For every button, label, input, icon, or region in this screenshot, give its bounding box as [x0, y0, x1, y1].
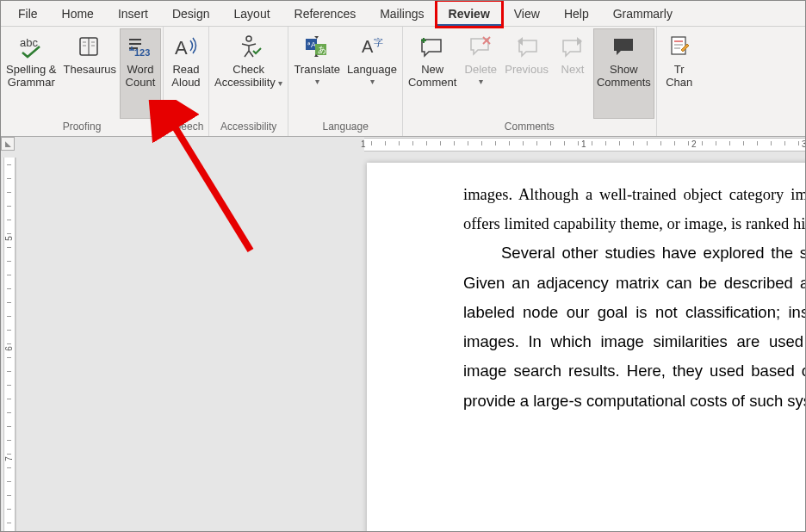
group-tracking: TrChan: [657, 27, 702, 136]
document-paragraph[interactable]: Several other studies have explored the …: [463, 238, 806, 415]
read-aloud-button[interactable]: A ReadAloud: [165, 28, 207, 119]
tab-review[interactable]: Review: [437, 1, 502, 27]
svg-text:123: 123: [134, 47, 150, 58]
group-label-proofing: Proofing: [3, 119, 161, 136]
group-proofing: abc Spelling &Grammar Thesaurus 123 Word…: [1, 27, 164, 136]
spelling-grammar-button[interactable]: abc Spelling &Grammar: [3, 28, 60, 119]
show-comments-button[interactable]: ShowComments: [593, 28, 654, 119]
next-comment-button: Next: [552, 28, 593, 119]
spelling-icon: abc: [16, 32, 46, 61]
svg-text:A: A: [362, 37, 374, 56]
tab-view[interactable]: View: [502, 1, 552, 27]
group-speech: A ReadAloud Speech: [164, 27, 209, 136]
delete-comment-button: Delete▾: [460, 28, 501, 119]
ribbon-tabs: File Home Insert Design Layout Reference…: [1, 1, 805, 27]
group-label-accessibility: Accessibility: [211, 119, 286, 136]
accessibility-icon: [234, 32, 264, 61]
new-comment-icon: [418, 32, 447, 61]
horizontal-ruler[interactable]: 1 1 2 3: [18, 137, 805, 152]
tab-file[interactable]: File: [6, 1, 50, 27]
svg-text:abc: abc: [20, 36, 38, 49]
svg-text:字: 字: [374, 37, 383, 47]
ruler-area: ◣ 1 1 2 3: [1, 137, 805, 158]
previous-comment-icon: [512, 32, 542, 61]
group-label-comments: Comments: [405, 119, 654, 136]
svg-text:あ: あ: [318, 45, 326, 54]
group-label-language: Language: [290, 119, 400, 136]
track-changes-button[interactable]: TrChan: [659, 28, 700, 119]
document-paragraph[interactable]: images. Although a well-trained object c…: [463, 180, 806, 238]
chevron-down-icon: ▾: [294, 75, 340, 88]
tab-layout[interactable]: Layout: [222, 1, 282, 27]
thesaurus-icon: [75, 32, 104, 61]
translate-icon: ᵃAあ: [302, 32, 332, 61]
tab-help[interactable]: Help: [552, 1, 601, 27]
word-count-button[interactable]: 123 WordCount: [120, 28, 161, 119]
tab-grammarly[interactable]: Grammarly: [601, 1, 685, 27]
new-comment-button[interactable]: NewComment: [405, 28, 460, 119]
group-label-speech: Speech: [165, 119, 207, 136]
language-icon: A字: [357, 32, 387, 61]
thesaurus-button[interactable]: Thesaurus: [60, 28, 120, 119]
next-comment-icon: [558, 32, 587, 61]
check-accessibility-button[interactable]: CheckAccessibility ▾: [211, 28, 286, 119]
vertical-ruler[interactable]: 5 6 7: [3, 158, 16, 531]
group-comments: NewComment Delete▾ Previous Next: [403, 27, 657, 136]
group-accessibility: CheckAccessibility ▾ Accessibility: [209, 27, 288, 136]
tab-home[interactable]: Home: [50, 1, 106, 27]
svg-text:A: A: [175, 37, 188, 59]
tab-insert[interactable]: Insert: [106, 1, 160, 27]
group-language: ᵃAあ Translate▾ A字 Language▾ Language: [288, 27, 403, 136]
previous-comment-button: Previous: [501, 28, 552, 119]
track-changes-icon: [665, 32, 694, 61]
language-button[interactable]: A字 Language▾: [344, 28, 400, 119]
show-comments-icon: [609, 32, 638, 61]
translate-button[interactable]: ᵃAあ Translate▾: [290, 28, 344, 119]
chevron-down-icon: ▾: [465, 75, 498, 88]
tab-references[interactable]: References: [282, 1, 369, 27]
read-aloud-icon: A: [171, 32, 201, 61]
ruler-corner: ◣: [1, 137, 15, 151]
delete-comment-icon: [466, 32, 495, 61]
tab-mailings[interactable]: Mailings: [368, 1, 436, 27]
svg-point-14: [246, 36, 251, 41]
document-page[interactable]: images. Although a well-trained object c…: [367, 163, 806, 532]
ribbon: abc Spelling &Grammar Thesaurus 123 Word…: [1, 27, 805, 137]
document-area: 5 6 7 images. Although a well-trained ob…: [1, 158, 805, 531]
chevron-down-icon: ▾: [278, 78, 282, 88]
chevron-down-icon: ▾: [347, 75, 397, 88]
word-count-icon: 123: [126, 32, 155, 61]
tab-design[interactable]: Design: [160, 1, 222, 27]
svg-text:ᵃA: ᵃA: [307, 40, 316, 49]
